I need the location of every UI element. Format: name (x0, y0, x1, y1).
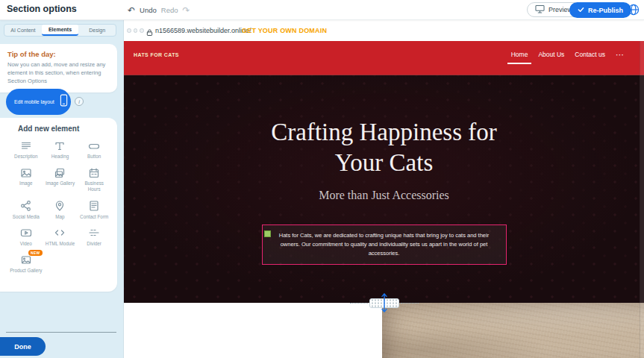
site-header[interactable]: HATS FOR CATS Home About Us Contact us ⋯ (124, 41, 644, 75)
description-icon (20, 139, 32, 152)
element-label: Contact Form (80, 214, 108, 220)
hero-subheading[interactable]: More than Just Accessories (124, 189, 644, 202)
tab-elements[interactable]: Elements (42, 25, 79, 36)
contact-form-icon (88, 200, 100, 213)
hero-paragraph-text: Hats for Cats, we are dedicated to craft… (279, 232, 489, 257)
info-icon[interactable]: i (75, 97, 84, 106)
add-element-panel: Add new element Description Heading (0, 118, 117, 292)
carpet-photo (382, 303, 644, 358)
element-label: Image Gallery (46, 180, 75, 186)
add-element-html-module[interactable]: HTML Module (43, 227, 78, 247)
section-resize-handle[interactable] (348, 298, 420, 309)
new-badge: NEW (28, 250, 43, 256)
tip-of-the-day-card: Tip of the day: Now you can add, move an… (0, 44, 117, 92)
business-hours-icon (88, 166, 100, 179)
add-element-video[interactable]: Video (9, 227, 43, 247)
element-label: HTML Module (46, 241, 75, 247)
site-logo[interactable]: HATS FOR CATS (134, 52, 179, 57)
social-media-icon (20, 200, 32, 213)
element-label: Description (14, 154, 38, 160)
add-element-product-gallery[interactable]: NEW Product Gallery (9, 254, 43, 274)
browser-dot-icon (134, 28, 138, 33)
add-element-heading[interactable]: Heading (43, 139, 78, 160)
button-icon (88, 139, 100, 152)
next-section-white-panel (124, 303, 382, 358)
hero-section[interactable]: Crafting Happiness for Your Cats More th… (124, 75, 644, 303)
image-gallery-icon (54, 166, 66, 179)
paragraph-drag-handle[interactable] (264, 230, 271, 237)
site-viewport: HATS FOR CATS Home About Us Contact us ⋯… (124, 41, 644, 358)
nav-item-home[interactable]: Home (511, 51, 528, 58)
language-globe-icon[interactable] (628, 4, 640, 16)
left-sidebar: AI Content Elements Design Tip of the da… (0, 20, 124, 358)
add-element-divider[interactable]: Divider (77, 227, 111, 247)
resize-arrows-icon (381, 292, 388, 316)
element-label: Map (55, 214, 64, 220)
undo-icon[interactable]: ↶ (128, 5, 135, 16)
site-preview-area: n1566589.websitebuilder.online/ GET YOUR… (124, 20, 644, 358)
add-element-title: Add new element (18, 125, 117, 133)
undo-button[interactable]: Undo (140, 6, 157, 14)
browser-dot-icon (127, 28, 131, 33)
hero-heading[interactable]: Crafting Happiness for Your Cats (243, 117, 526, 179)
tip-body: Now you can add, move and resize any ele… (7, 61, 110, 86)
app-topbar: Section options ↶ Undo Redo ↷ Preview Re… (0, 0, 644, 20)
tab-ai-content[interactable]: AI Content (4, 25, 42, 36)
element-grid: Description Heading Button (9, 139, 111, 274)
element-label: Video (20, 241, 32, 247)
element-label: Heading (51, 154, 69, 160)
add-element-map[interactable]: Map (43, 200, 78, 220)
sidebar-divider (6, 332, 116, 333)
tip-title: Tip of the day: (7, 50, 110, 58)
add-element-social-media[interactable]: Social Media (9, 200, 43, 220)
nav-item-about-us[interactable]: About Us (538, 51, 564, 58)
done-button[interactable]: Done (0, 337, 46, 356)
html-module-icon (54, 227, 66, 239)
add-element-description[interactable]: Description (9, 139, 43, 160)
tab-design[interactable]: Design (78, 25, 116, 36)
divider-icon (88, 227, 100, 239)
image-icon (20, 166, 32, 179)
undo-redo-group: ↶ Undo Redo ↷ (128, 0, 190, 20)
page-title: Section options (7, 4, 77, 14)
check-icon (578, 6, 584, 14)
redo-icon[interactable]: ↷ (183, 5, 190, 16)
app-window: Section options ↶ Undo Redo ↷ Preview Re… (0, 0, 644, 358)
site-url: n1566589.websitebuilder.online/ (155, 27, 251, 34)
element-label: Product Gallery (10, 268, 42, 274)
hero-paragraph[interactable]: Hats for Cats, we are dedicated to craft… (262, 224, 507, 265)
edit-mobile-layout-label: Edit mobile layout (14, 99, 54, 104)
browser-dot-icon (140, 28, 144, 33)
map-icon (54, 200, 66, 213)
site-nav: Home About Us Contact us ⋯ (511, 51, 624, 58)
video-icon (20, 227, 32, 239)
redo-button[interactable]: Redo (161, 6, 178, 14)
lock-icon (146, 26, 153, 40)
add-element-button[interactable]: Button (77, 139, 111, 160)
nav-more-icon[interactable]: ⋯ (616, 51, 624, 57)
nav-item-contact-us[interactable]: Contact us (575, 51, 605, 58)
get-own-domain-link[interactable]: GET YOUR OWN DOMAIN (242, 27, 327, 34)
add-element-business-hours[interactable]: Business Hours (77, 166, 111, 192)
element-label: Divider (87, 241, 101, 247)
heading-icon (54, 139, 66, 152)
edit-mobile-layout-button[interactable]: Edit mobile layout (6, 89, 71, 115)
preview-scrollbar[interactable] (640, 41, 644, 358)
browser-bar: n1566589.websitebuilder.online/ GET YOUR… (124, 20, 644, 41)
element-label: Social Media (13, 214, 40, 220)
add-element-contact-form[interactable]: Contact Form (77, 200, 111, 220)
phone-icon (60, 94, 68, 110)
republish-label: Re-Publish (588, 7, 623, 14)
sidebar-tabs: AI Content Elements Design (4, 24, 116, 37)
element-label: Button (87, 154, 101, 160)
republish-button[interactable]: Re-Publish (569, 2, 631, 18)
element-label: Image (19, 180, 33, 186)
add-element-image-gallery[interactable]: Image Gallery (43, 166, 78, 192)
browser-dots-icon (127, 28, 144, 33)
element-label: Business Hours (78, 180, 110, 192)
add-element-image[interactable]: Image (9, 166, 43, 192)
monitor-icon (535, 4, 545, 15)
